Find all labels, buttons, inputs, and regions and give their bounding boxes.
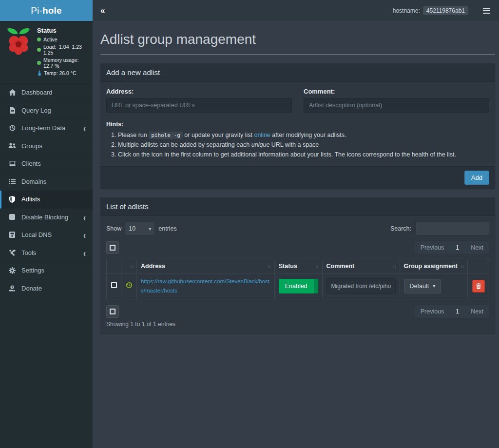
sidebar-item-dashboard[interactable]: Dashboard (0, 84, 93, 102)
sidebar-item-disable-blocking[interactable]: Disable Blocking ‹ (0, 209, 93, 227)
checkbox-icon (110, 309, 115, 314)
chevron-left-icon: ‹ (83, 247, 86, 258)
status-memory: Memory usage: 12.7 % (37, 57, 89, 69)
sort-icon[interactable]: ↑↓ (393, 264, 396, 269)
row-checkbox-cell (107, 273, 121, 299)
search-label: Search: (390, 225, 411, 232)
delete-button[interactable] (472, 280, 485, 292)
sidebar-item-query-log[interactable]: Query Log (0, 102, 93, 120)
sidebar-item-local-dns[interactable]: Local DNS ‹ (0, 226, 93, 244)
history-icon (7, 125, 17, 131)
comment-input[interactable] (304, 98, 489, 113)
gear-icon (7, 267, 17, 274)
status-load: Load: 1.04 1.23 1.25 (37, 44, 89, 56)
brand-title: Pi- (31, 5, 42, 16)
row-checkbox[interactable] (111, 282, 117, 288)
row-comment-input[interactable] (326, 278, 396, 294)
sidebar-item-long-term-data[interactable]: Long-term Data ‹ (0, 119, 93, 137)
header-comment[interactable]: Comment↑↓ (322, 259, 400, 273)
main-area: « hostname: 452119876ab1 Adlist group ma… (93, 0, 499, 448)
sidebar-item-tools[interactable]: Tools ‹ (0, 244, 93, 262)
table-row: https://raw.githubusercontent.com/Steven… (107, 273, 489, 299)
sidebar-item-settings[interactable]: Settings (0, 262, 93, 280)
trash-icon (476, 283, 481, 289)
add-button[interactable]: Add (464, 171, 489, 185)
status-temp: Temp: 26.0 °C (37, 70, 89, 76)
hint-2: Multiple adlists can be added by separat… (118, 140, 489, 150)
hostname-label: hostname: (393, 7, 420, 14)
sort-icon[interactable]: ↑↓ (461, 264, 463, 269)
previous-page-button[interactable]: Previous (421, 244, 444, 251)
address-form-group: Address: (106, 88, 292, 113)
next-page-button[interactable]: Next (471, 244, 483, 251)
hostname-display: hostname: 452119876ab1 (393, 6, 468, 15)
thermometer-icon (37, 70, 42, 76)
sort-icon[interactable]: ↑↓ (268, 264, 270, 269)
hint-1: Please run pihole -g or update your grav… (118, 130, 489, 140)
adlist-url-link[interactable]: https://raw.githubusercontent.com/Steven… (141, 278, 269, 293)
green-dot-icon (37, 48, 41, 52)
green-dot-icon (37, 61, 41, 65)
brand-logo[interactable]: Pi-hole (0, 0, 93, 21)
previous-page-button[interactable]: Previous (421, 308, 444, 315)
list-card-title: List of adlists (100, 197, 495, 216)
comment-form-group: Comment: (304, 88, 489, 113)
pagination-bottom: Previous 1 Next (415, 305, 489, 318)
status-panel: Status Active Load: 1.04 1.23 1.25 Memor… (0, 21, 93, 84)
hint-3: Click on the icon in the first column to… (118, 150, 489, 159)
row-health-cell (121, 273, 137, 299)
add-card-footer: Add (100, 166, 495, 189)
sidebar: Pi-hole Status Active Load: 1.04 1.23 1.… (0, 0, 93, 448)
chevron-left-icon: ‹ (83, 229, 86, 241)
toggle-handle (314, 279, 318, 293)
page-1-button[interactable]: 1 (455, 308, 460, 315)
row-address-cell: https://raw.githubusercontent.com/Steven… (137, 273, 275, 299)
hints-block: Hints: Please run pihole -g or update yo… (106, 119, 489, 159)
status-toggle[interactable]: Enabled (279, 279, 318, 293)
sidebar-item-domains[interactable]: Domains (0, 173, 93, 191)
search-input[interactable] (415, 222, 489, 235)
select-all-button-bottom[interactable] (106, 305, 119, 318)
laptop-icon (7, 161, 17, 167)
pihole-raspberry-logo (4, 26, 33, 78)
page-content: Adlist group management Add a new adlist… (93, 21, 499, 448)
hints-title: Hints: (106, 121, 123, 128)
stop-icon (7, 214, 17, 220)
sidebar-item-donate[interactable]: $ Donate (0, 280, 93, 298)
donate-icon: $ (7, 285, 17, 292)
sort-icon[interactable]: ↑↓ (130, 264, 133, 269)
entries-length-control: Show 10 ▾ entries (106, 222, 177, 235)
group-assignment-dropdown[interactable]: Default▾ (404, 279, 441, 293)
online-link[interactable]: online (254, 132, 270, 138)
status-active: Active (37, 37, 89, 42)
sidebar-item-clients[interactable]: Clients (0, 155, 93, 173)
status-title: Status (37, 27, 89, 34)
sidebar-collapse-button[interactable]: « (100, 6, 105, 16)
top-navbar: « hostname: 452119876ab1 (93, 0, 499, 21)
address-input[interactable] (106, 98, 292, 113)
list-health-icon[interactable] (126, 283, 133, 290)
header-status[interactable]: Status↑↓ (274, 259, 322, 273)
chevron-down-icon: ▾ (149, 226, 151, 232)
entries-select[interactable]: 10 ▾ (125, 222, 155, 235)
adlists-table: ↑↓ Address↑↓ Status↑↓ Comment↑↓ Group as… (106, 259, 489, 299)
header-address[interactable]: Address↑↓ (137, 259, 275, 273)
sidebar-item-groups[interactable]: Groups (0, 137, 93, 156)
header-health-col[interactable]: ↑↓ (121, 259, 137, 273)
row-group-cell: Default▾ (400, 273, 467, 299)
row-status-cell: Enabled (274, 273, 322, 299)
sidebar-item-adlists[interactable]: Adlists (0, 191, 93, 209)
sort-icon[interactable]: ↑↓ (315, 264, 318, 269)
list-card-body: Show 10 ▾ entries Search: (100, 216, 495, 333)
address-label: Address: (106, 88, 292, 95)
select-all-button-top[interactable] (106, 241, 119, 254)
page-1-button[interactable]: 1 (455, 244, 460, 251)
header-group-assignment[interactable]: Group assignment↑↓ (400, 259, 467, 273)
menu-toggle-icon[interactable] (481, 4, 492, 17)
header-action-col (468, 259, 489, 273)
add-card-title: Add a new adlist (100, 63, 495, 82)
next-page-button[interactable]: Next (471, 308, 483, 315)
sidebar-menu: Dashboard Query Log Long-term Data ‹ Gro… (0, 84, 93, 448)
comment-label: Comment: (304, 88, 489, 95)
add-card-body: Address: Comment: Hints: Please run piho… (100, 82, 495, 166)
